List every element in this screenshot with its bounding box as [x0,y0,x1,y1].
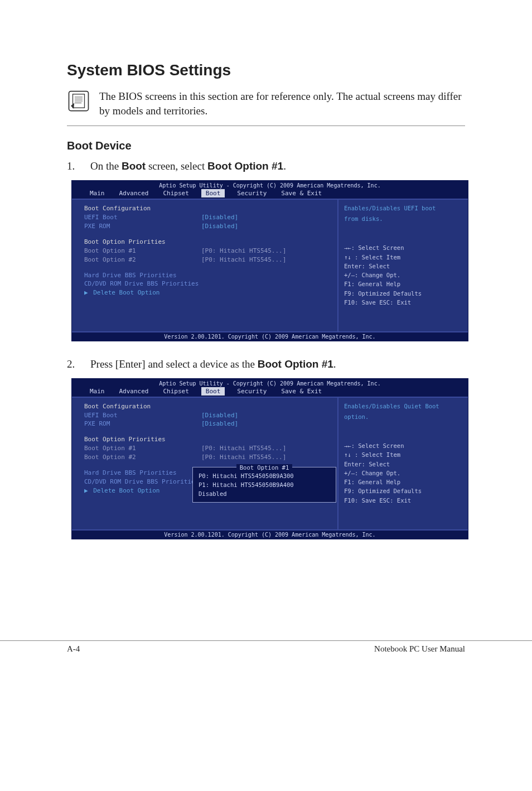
popup-option-disabled[interactable]: Disabled [199,490,330,499]
tab-chipset[interactable]: Chipset [161,189,191,197]
bios-tabs: Main Advanced Chipset Boot Security Save… [72,387,468,397]
help-line-2: option. [344,413,462,421]
page-title: System BIOS Settings [67,61,465,79]
uefi-boot-label[interactable]: UEFI Boot [84,411,201,420]
step-text: On the Boot screen, select Boot Option #… [90,159,286,173]
tab-security[interactable]: Security [235,387,269,396]
boot-option-1-label[interactable]: Boot Option #1 [84,247,201,255]
tab-save-exit[interactable]: Save & Exit [279,387,324,396]
boot-option-1-value[interactable]: [P0: Hitachi HTS545...] [201,247,286,255]
pxe-rom-value[interactable]: [Disabled] [201,222,238,231]
step-number: 2. [67,357,77,372]
boot-priorities-heading: Boot Option Priorities [84,238,327,247]
nav-help: →←: Select Screen ↑↓ : Select Item Enter… [344,243,462,307]
note-block: The BIOS screens in this section are for… [67,89,465,126]
boot-option-2-value[interactable]: [P0: Hitachi HTS545...] [201,255,286,264]
uefi-boot-value[interactable]: [Disabled] [201,411,238,420]
bios-header: Aptio Setup Utility - Copyright (C) 2009… [72,181,468,189]
tab-chipset[interactable]: Chipset [161,387,191,396]
popup-title: Boot Option #1 [199,464,330,472]
nav-help: →←: Select Screen ↑↓ : Select Item Enter… [344,441,462,505]
bios-screenshot-1: Aptio Setup Utility - Copyright (C) 2009… [71,180,468,341]
section-title: Boot Device [67,139,465,152]
boot-priorities-heading: Boot Option Priorities [84,435,327,444]
bios-tabs: Main Advanced Chipset Boot Security Save… [72,189,468,199]
tab-main[interactable]: Main [88,189,107,197]
help-line-2: from disks. [344,215,462,223]
boot-configuration-heading: Boot Configuration [84,204,327,213]
step-2: 2. Press [Enter] and select a device as … [67,357,465,372]
bios-right-pane: Enables/Disables UEFI boot from disks. →… [337,200,468,331]
boot-option-popup[interactable]: Boot Option #1 P0: Hitachi HTS545050B9A3… [192,467,336,503]
uefi-boot-value[interactable]: [Disabled] [201,213,238,222]
pxe-rom-value[interactable]: [Disabled] [201,419,238,428]
boot-option-1-value[interactable]: [P0: Hitachi HTS545...] [201,444,286,453]
note-text: The BIOS screens in this section are for… [99,89,465,118]
hdd-bbs-priorities[interactable]: Hard Drive BBS Priorities [84,271,327,280]
tab-advanced[interactable]: Advanced [117,189,151,197]
help-line-1: Enables/Disables Quiet Boot [344,402,462,411]
tab-main[interactable]: Main [88,387,107,396]
boot-configuration-heading: Boot Configuration [84,402,327,411]
delete-boot-option[interactable]: Delete Boot Option [93,487,159,494]
tab-save-exit[interactable]: Save & Exit [279,189,324,197]
bios-footer: Version 2.00.1201. Copyright (C) 2009 Am… [72,529,468,539]
bios-left-pane: Boot Configuration UEFI Boot [Disabled] … [72,200,337,331]
page-footer-right: Notebook PC User Manual [374,644,465,654]
tab-security[interactable]: Security [235,189,269,197]
pxe-rom-label[interactable]: PXE ROM [84,222,201,231]
note-icon [67,89,90,113]
tab-advanced[interactable]: Advanced [117,387,151,396]
boot-option-2-value[interactable]: [P0: Hitachi HTS545...] [201,453,286,462]
bios-header: Aptio Setup Utility - Copyright (C) 2009… [72,379,468,387]
delete-boot-option[interactable]: Delete Boot Option [93,289,159,296]
popup-option-2[interactable]: P1: Hitachi HTS545050B9A400 [199,481,330,490]
pxe-rom-label[interactable]: PXE ROM [84,419,201,428]
bios-left-pane: Boot Configuration UEFI Boot [Disabled] … [72,398,337,529]
boot-option-2-label[interactable]: Boot Option #2 [84,255,201,264]
tab-boot[interactable]: Boot [201,189,225,197]
step-1: 1. On the Boot screen, select Boot Optio… [67,159,465,173]
tab-boot[interactable]: Boot [201,387,225,396]
step-text: Press [Enter] and select a device as the… [90,357,336,372]
popup-option-1[interactable]: P0: Hitachi HTS545050B9A300 [199,472,330,481]
boot-option-1-label[interactable]: Boot Option #1 [84,444,201,453]
delete-boot-arrow-icon: ▶ [84,289,88,296]
help-line-1: Enables/Disables UEFI boot [344,204,462,213]
cddvd-bbs-priorities[interactable]: CD/DVD ROM Drive BBS Priorities [84,279,327,288]
delete-boot-arrow-icon: ▶ [84,487,88,494]
step-number: 1. [67,159,77,173]
uefi-boot-label[interactable]: UEFI Boot [84,213,201,222]
page-footer: A-4 Notebook PC User Manual [0,640,532,654]
bios-screenshot-2: Aptio Setup Utility - Copyright (C) 2009… [71,378,468,539]
page-footer-left: A-4 [67,644,80,654]
bios-right-pane: Enables/Disables Quiet Boot option. →←: … [337,398,468,529]
boot-option-2-label[interactable]: Boot Option #2 [84,453,201,462]
bios-footer: Version 2.00.1201. Copyright (C) 2009 Am… [72,331,468,341]
